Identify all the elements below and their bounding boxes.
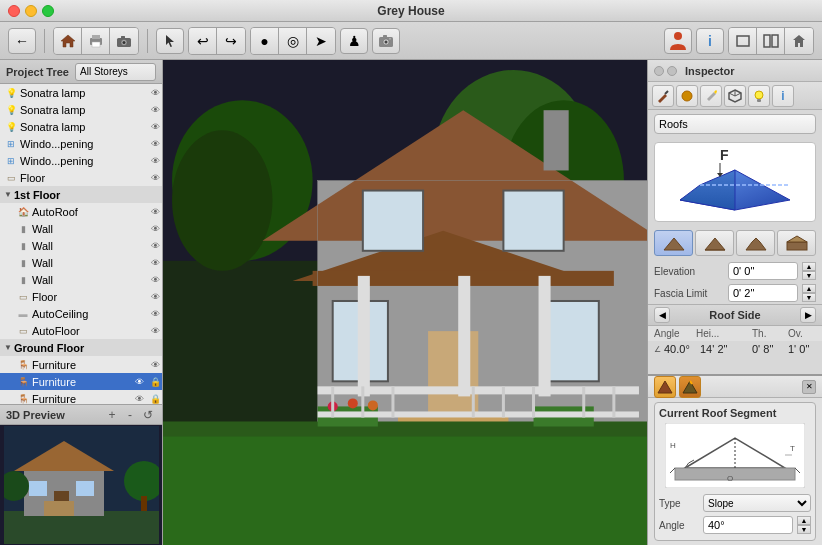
tree-item-furniture1[interactable]: 🪑 Furniture 👁 (0, 356, 162, 373)
tree-item-wall4[interactable]: ▮ Wall 👁 (0, 271, 162, 288)
maximize-button[interactable] (42, 5, 54, 17)
tree-item-label: Floor (20, 172, 146, 184)
tree-item-sonatra2[interactable]: 💡 Sonatra lamp 👁 (0, 101, 162, 118)
eye-icon[interactable]: 👁 (148, 154, 162, 168)
insp-close[interactable] (654, 66, 664, 76)
elevation-down[interactable]: ▼ (802, 271, 816, 280)
house-icon[interactable] (54, 28, 82, 54)
roof-style-3[interactable] (736, 230, 775, 256)
fascia-field[interactable]: 0' 2" (728, 284, 798, 302)
pencil-roof-icon[interactable] (679, 376, 701, 398)
svg-text:O: O (727, 474, 733, 483)
walk-tool[interactable]: ♟ (340, 28, 368, 54)
arrow-tool[interactable]: ➤ (307, 28, 335, 54)
roof-style-1[interactable] (654, 230, 693, 256)
tree-item-autofloor[interactable]: ▭ AutoFloor 👁 (0, 322, 162, 339)
insp-min[interactable] (667, 66, 677, 76)
minimize-button[interactable] (25, 5, 37, 17)
eye-icon[interactable]: 👁 (148, 137, 162, 151)
roof-style-2[interactable] (695, 230, 734, 256)
snapshot-tool[interactable] (372, 28, 400, 54)
storeys-dropdown[interactable]: All Storeys (75, 63, 156, 81)
info-tool[interactable]: i (772, 85, 794, 107)
target-tool[interactable]: ◎ (279, 28, 307, 54)
undo-button[interactable]: ↩ (189, 28, 217, 54)
lock-icon[interactable]: 🔒 (148, 392, 162, 405)
redo-button[interactable]: ↪ (217, 28, 245, 54)
eye-icon[interactable]: 👁 (148, 273, 162, 287)
camera-icon[interactable] (110, 28, 138, 54)
zoom-in-button[interactable]: + (104, 407, 120, 423)
back-button[interactable]: ← (8, 28, 36, 54)
tree-item-sonatra1[interactable]: 💡 Sonatra lamp 👁 (0, 84, 162, 101)
eye-icon[interactable]: 👁 (148, 290, 162, 304)
angle-field[interactable]: 40° (703, 516, 793, 534)
angle-up[interactable]: ▲ (797, 516, 811, 525)
ceiling-icon: ▬ (16, 307, 30, 321)
eye-icon[interactable]: 👁 (148, 239, 162, 253)
printer-icon[interactable] (82, 28, 110, 54)
lock-icon[interactable]: 🔒 (148, 375, 162, 389)
tree-item-autoceiling[interactable]: ▬ AutoCeiling 👁 (0, 305, 162, 322)
tree-item-window2[interactable]: ⊞ Windo...pening 👁 (0, 152, 162, 169)
eye-icon[interactable]: 👁 (148, 358, 162, 372)
prev-side-button[interactable]: ◀ (654, 307, 670, 323)
elevation-field[interactable]: 0' 0" (728, 262, 798, 280)
tree-item-sonatra3[interactable]: 💡 Sonatra lamp 👁 (0, 118, 162, 135)
eye-icon[interactable]: 👁 (132, 375, 146, 389)
roof-style-4[interactable] (777, 230, 816, 256)
angle-stepper[interactable]: ▲ ▼ (797, 516, 811, 534)
close-bottom-button[interactable]: ✕ (802, 380, 816, 394)
eye-icon[interactable]: 👁 (132, 392, 146, 405)
pointer-tool[interactable] (156, 28, 184, 54)
angle-down[interactable]: ▼ (797, 525, 811, 534)
section-1st-floor[interactable]: ▼ 1st Floor (0, 186, 162, 203)
eye-icon[interactable]: 👁 (148, 324, 162, 338)
tree-item-autoroof[interactable]: 🏠 AutoRoof 👁 (0, 203, 162, 220)
tree-item-furniture2[interactable]: 🪑 Furniture 👁 🔒 (0, 373, 162, 390)
pencil-tool[interactable] (700, 85, 722, 107)
circle-tool[interactable] (676, 85, 698, 107)
tree-item-wall2[interactable]: ▮ Wall 👁 (0, 237, 162, 254)
bulb-tool[interactable] (748, 85, 770, 107)
close-button[interactable] (8, 5, 20, 17)
brush-tool[interactable] (652, 85, 674, 107)
tree-item-floor1[interactable]: ▭ Floor 👁 (0, 288, 162, 305)
eye-icon[interactable]: 👁 (148, 307, 162, 321)
eye-icon[interactable]: 👁 (148, 171, 162, 185)
roof-segment-icon[interactable] (654, 376, 676, 398)
zoom-out-button[interactable]: - (122, 407, 138, 423)
eye-icon[interactable]: 👁 (148, 222, 162, 236)
fascia-up[interactable]: ▲ (802, 284, 816, 293)
elevation-up[interactable]: ▲ (802, 262, 816, 271)
eye-icon[interactable]: 👁 (148, 86, 162, 100)
2d-view[interactable] (729, 28, 757, 54)
ov-col-header: Ov. (788, 328, 816, 339)
circle-tool[interactable]: ● (251, 28, 279, 54)
type-dropdown[interactable]: Slope (703, 494, 811, 512)
elevation-stepper[interactable]: ▲ ▼ (802, 262, 816, 280)
eye-icon[interactable]: 👁 (148, 103, 162, 117)
eye-icon[interactable]: 👁 (148, 256, 162, 270)
cube-tool[interactable] (724, 85, 746, 107)
tree-item-floor-top[interactable]: ▭ Floor 👁 (0, 169, 162, 186)
tree-item-furniture3[interactable]: 🪑 Furniture 👁 🔒 (0, 390, 162, 404)
home-view[interactable] (785, 28, 813, 54)
roofs-dropdown[interactable]: Roofs (654, 114, 816, 134)
canvas-area[interactable] (163, 60, 647, 545)
fascia-stepper[interactable]: ▲ ▼ (802, 284, 816, 302)
svg-rect-15 (772, 35, 778, 47)
eye-icon[interactable]: 👁 (148, 205, 162, 219)
eye-icon[interactable]: 👁 (148, 120, 162, 134)
tree-item-wall3[interactable]: ▮ Wall 👁 (0, 254, 162, 271)
info-button[interactable]: i (696, 28, 724, 54)
tree-item-wall1[interactable]: ▮ Wall 👁 (0, 220, 162, 237)
next-side-button[interactable]: ▶ (800, 307, 816, 323)
person-icon[interactable] (664, 28, 692, 54)
tree-item-window1[interactable]: ⊞ Windo...pening 👁 (0, 135, 162, 152)
preview-area[interactable] (0, 425, 162, 545)
split-view[interactable] (757, 28, 785, 54)
reset-button[interactable]: ↺ (140, 407, 156, 423)
section-ground-floor[interactable]: ▼ Ground Floor (0, 339, 162, 356)
fascia-down[interactable]: ▼ (802, 293, 816, 302)
